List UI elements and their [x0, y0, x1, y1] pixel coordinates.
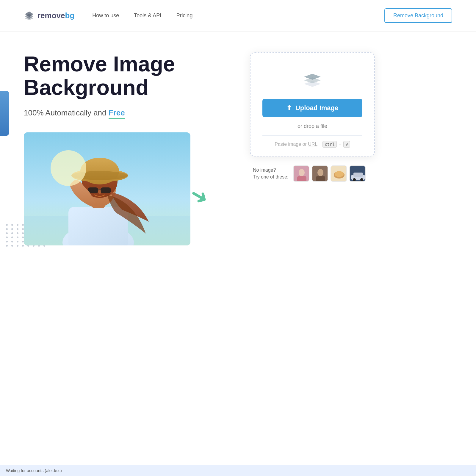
thumb-woman-image: [294, 166, 309, 182]
svg-point-32: [353, 178, 356, 181]
dot-decoration: [11, 224, 13, 226]
hero-upload-section: ⬆ Upload Image or drop a file Paste imag…: [250, 52, 375, 182]
thumb-person2-image: [312, 166, 328, 182]
drop-file-text: or drop a file: [298, 123, 327, 129]
status-bar: Waiting for accounts (aleide.s): [0, 465, 476, 476]
thumb-food-image: [331, 166, 347, 182]
sample-thumb-person2[interactable]: [312, 165, 328, 182]
svg-rect-31: [353, 173, 363, 177]
paste-area[interactable]: Paste image or URL ctrl + v: [262, 135, 362, 147]
dot-decoration: [11, 228, 13, 230]
nav-left: removebg How to use Tools & API Pricing: [24, 10, 192, 21]
svg-marker-19: [304, 74, 321, 80]
sample-thumbs: [293, 165, 366, 182]
v-key: v: [343, 141, 350, 148]
dot-decoration: [6, 237, 8, 238]
dot-decoration: [6, 228, 8, 230]
blue-accent-decoration: [0, 91, 9, 136]
upload-layers-icon: [300, 68, 324, 90]
nav-pricing[interactable]: Pricing: [176, 12, 192, 18]
nav-links: How to use Tools & API Pricing: [92, 12, 192, 19]
svg-rect-22: [297, 176, 306, 182]
thumb-car-image: [350, 166, 366, 182]
dot-decoration: [17, 228, 18, 230]
dot-decoration: [6, 241, 8, 242]
dot-decoration: [17, 245, 18, 247]
sample-thumb-car[interactable]: [349, 165, 366, 182]
paste-url-link[interactable]: URL: [308, 142, 317, 147]
dot-decoration: [6, 245, 8, 247]
svg-point-16: [98, 190, 101, 194]
remove-background-button[interactable]: Remove Background: [384, 8, 452, 23]
upload-image-button[interactable]: ⬆ Upload Image: [262, 99, 362, 117]
plus-separator: +: [339, 142, 342, 147]
svg-rect-14: [101, 187, 111, 193]
dot-decoration: [17, 241, 18, 242]
svg-point-24: [317, 169, 323, 176]
dot-decoration: [17, 224, 18, 226]
hero-free-highlight: Free: [109, 108, 125, 119]
svg-point-28: [335, 171, 344, 177]
dot-decoration: [11, 241, 13, 242]
sample-thumb-food[interactable]: [331, 165, 347, 182]
upload-button-label: Upload Image: [295, 104, 338, 112]
upload-box: ⬆ Upload Image or drop a file Paste imag…: [250, 52, 375, 156]
sample-thumb-woman[interactable]: [293, 165, 309, 182]
dot-decoration: [11, 237, 13, 238]
upload-arrow-icon: ⬆: [286, 104, 292, 112]
sample-images-row: No image? Try one of these:: [250, 165, 375, 182]
nav-tools-api[interactable]: Tools & API: [134, 12, 161, 18]
logo-text: removebg: [37, 11, 74, 20]
dot-decoration: [6, 232, 8, 234]
dot-decoration: [17, 237, 18, 238]
dot-decoration: [11, 245, 13, 247]
svg-point-21: [299, 169, 305, 176]
hero-image-svg: [24, 132, 190, 245]
hero-subtitle: 100% Automatically and Free: [24, 108, 226, 118]
ctrl-key: ctrl: [322, 141, 337, 148]
hero-title: Remove Image Background: [24, 52, 226, 99]
paste-text: Paste image or: [275, 142, 307, 147]
navbar: removebg How to use Tools & API Pricing …: [0, 0, 476, 32]
svg-point-33: [360, 178, 363, 181]
dot-decoration: [11, 232, 13, 234]
sample-label: No image? Try one of these:: [253, 167, 288, 180]
hero-section: Remove Image Background 100% Automatical…: [0, 32, 476, 264]
hero-image: [24, 132, 190, 245]
dot-decoration: [6, 224, 8, 226]
layers-icon-svg: [300, 68, 324, 89]
logo[interactable]: removebg: [24, 10, 74, 21]
dot-decoration: [17, 232, 18, 234]
status-bar-text: Waiting for accounts (aleide.s): [6, 468, 62, 473]
svg-rect-25: [316, 176, 325, 182]
yellow-blob-decoration: [51, 150, 86, 186]
nav-how-to-use[interactable]: How to use: [92, 12, 119, 18]
logo-icon: [24, 10, 35, 21]
hero-content: Remove Image Background 100% Automatical…: [24, 52, 226, 247]
